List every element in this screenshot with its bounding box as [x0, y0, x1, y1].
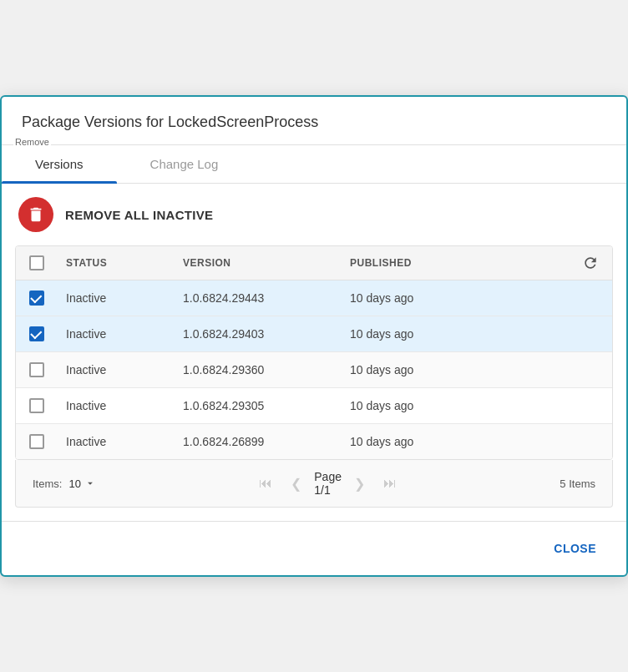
row-status-3: Inactive	[58, 399, 175, 412]
chevron-down-icon	[84, 477, 96, 489]
row-status-1: Inactive	[58, 327, 175, 341]
row-status-0: Inactive	[58, 291, 175, 305]
first-page-button[interactable]: ⏮	[254, 472, 277, 495]
tabs-container: Remove Versions Change Log	[2, 145, 626, 184]
row-version-1: 1.0.6824.29403	[175, 327, 342, 341]
row-checkbox-0[interactable]	[29, 291, 44, 306]
remove-all-button[interactable]	[18, 197, 53, 232]
row-version-3: 1.0.6824.29305	[175, 399, 342, 412]
row-checkbox-cell	[16, 398, 58, 413]
row-checkbox-cell	[16, 326, 58, 341]
row-checkbox-cell	[16, 291, 58, 306]
row-published-3: 10 days ago	[342, 399, 509, 412]
row-published-1: 10 days ago	[342, 327, 509, 341]
row-status-2: Inactive	[58, 363, 175, 376]
select-all-checkbox[interactable]	[29, 255, 44, 270]
remove-all-row: REMOVE ALL INACTIVE	[2, 184, 626, 245]
header-published: PUBLISHED	[342, 257, 509, 269]
table-row: Inactive 1.0.6824.29443 10 days ago	[16, 280, 612, 316]
trash-icon	[27, 205, 45, 224]
row-version-4: 1.0.6824.26899	[175, 435, 342, 448]
table-row: Inactive 1.0.6824.26899 10 days ago	[16, 424, 612, 459]
items-count: 5 Items	[560, 477, 595, 490]
row-checkbox-2[interactable]	[29, 362, 44, 377]
row-version-2: 1.0.6824.29360	[175, 363, 342, 376]
last-page-button[interactable]: ⏭	[378, 472, 402, 495]
remove-all-label: REMOVE ALL INACTIVE	[65, 208, 213, 222]
dialog-title: Package Versions for LockedScreenProcess	[2, 97, 626, 145]
tab-versions[interactable]: Versions	[2, 145, 117, 183]
prev-page-button[interactable]: ❮	[284, 472, 307, 495]
table-body: Inactive 1.0.6824.29443 10 days ago Inac…	[16, 280, 612, 459]
items-per-page: Items: 10	[33, 477, 96, 490]
pagination-row: Items: 10 ⏮ ❮ Page 1/1 ❯ ⏭ 5 Items	[15, 460, 613, 508]
table-row: Inactive 1.0.6824.29360 10 days ago	[16, 352, 612, 388]
refresh-icon[interactable]	[582, 255, 599, 271]
tab-changelog[interactable]: Change Log	[117, 145, 252, 183]
header-version: VERSION	[175, 257, 342, 269]
row-checkbox-4[interactable]	[29, 434, 44, 449]
header-select	[16, 255, 58, 270]
row-published-0: 10 days ago	[342, 291, 509, 305]
next-page-button[interactable]: ❯	[348, 472, 372, 495]
table-container: STATUS VERSION PUBLISHED Inactive 1.0.68…	[15, 245, 613, 460]
row-checkbox-3[interactable]	[29, 398, 44, 413]
table-header: STATUS VERSION PUBLISHED	[16, 246, 612, 280]
dialog: Package Versions for LockedScreenProcess…	[0, 95, 628, 577]
row-version-0: 1.0.6824.29443	[175, 291, 342, 305]
close-button[interactable]: CLOSE	[544, 535, 606, 562]
dialog-footer: CLOSE	[2, 521, 626, 575]
row-published-4: 10 days ago	[342, 435, 509, 448]
items-per-page-select[interactable]: 10	[68, 477, 95, 490]
page-navigation: ⏮ ❮ Page 1/1 ❯ ⏭	[254, 470, 402, 497]
row-checkbox-cell	[16, 362, 58, 377]
table-row: Inactive 1.0.6824.29305 10 days ago	[16, 388, 612, 424]
row-status-4: Inactive	[58, 435, 175, 448]
row-published-2: 10 days ago	[342, 363, 509, 376]
table-row: Inactive 1.0.6824.29403 10 days ago	[16, 316, 612, 352]
row-checkbox-1[interactable]	[29, 326, 44, 341]
row-checkbox-cell	[16, 434, 58, 449]
header-status: STATUS	[58, 257, 175, 269]
page-info: Page 1/1	[314, 470, 342, 497]
header-refresh	[509, 255, 612, 271]
